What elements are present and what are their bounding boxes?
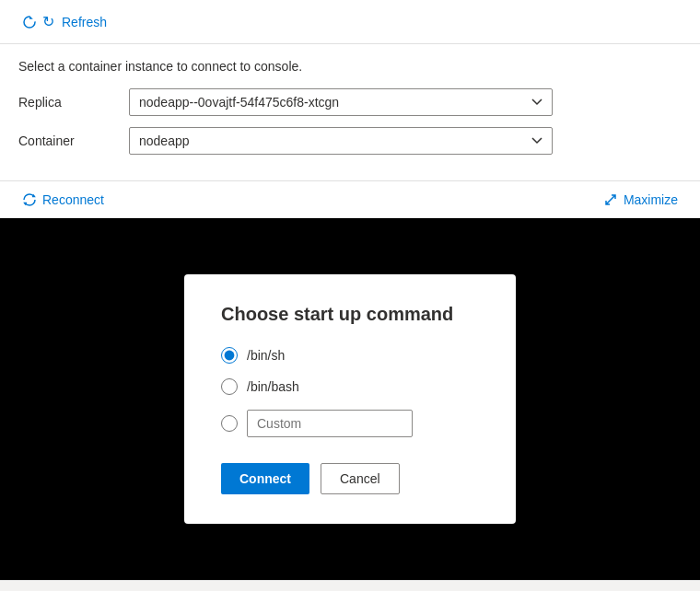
replica-row: Replica nodeapp--0ovajtf-54f475c6f8-xtcg… — [18, 88, 682, 116]
maximize-label: Maximize — [624, 192, 678, 207]
radio-bin-bash[interactable] — [221, 378, 238, 395]
action-bar: Reconnect Maximize — [0, 181, 700, 218]
startup-options: /bin/sh /bin/bash — [221, 347, 479, 437]
option-bin-sh[interactable]: /bin/sh — [221, 347, 479, 364]
maximize-button[interactable]: Maximize — [596, 189, 685, 211]
bottom-bar — [0, 580, 700, 591]
toolbar: ↻ Refresh — [0, 0, 700, 44]
replica-label: Replica — [18, 95, 129, 110]
form-description: Select a container instance to connect t… — [18, 59, 682, 74]
connect-button[interactable]: Connect — [221, 463, 309, 494]
form-area: Select a container instance to connect t… — [0, 44, 700, 181]
radio-bin-sh[interactable] — [221, 347, 238, 364]
refresh-button[interactable]: ↻ Refresh — [15, 9, 114, 34]
dialog-overlay: Choose start up command /bin/sh /bin/bas… — [0, 218, 700, 580]
refresh-icon — [22, 15, 37, 29]
terminal-area: Choose start up command /bin/sh /bin/bas… — [0, 218, 700, 580]
refresh-label: Refresh — [62, 15, 107, 29]
maximize-icon — [603, 192, 618, 207]
reconnect-button[interactable]: Reconnect — [15, 189, 111, 211]
label-bin-bash: /bin/bash — [247, 379, 299, 394]
dialog-actions: Connect Cancel — [221, 463, 479, 494]
replica-select[interactable]: nodeapp--0ovajtf-54f475c6f8-xtcgn — [129, 88, 553, 116]
container-label: Container — [18, 133, 129, 148]
reconnect-label: Reconnect — [42, 192, 104, 207]
reconnect-icon — [22, 192, 37, 207]
dialog-title: Choose start up command — [221, 304, 479, 325]
option-custom[interactable] — [221, 410, 479, 437]
container-row: Container nodeapp — [18, 127, 682, 155]
cancel-button[interactable]: Cancel — [321, 463, 400, 494]
option-bin-bash[interactable]: /bin/bash — [221, 378, 479, 395]
startup-dialog: Choose start up command /bin/sh /bin/bas… — [184, 274, 516, 524]
radio-custom[interactable] — [221, 415, 238, 432]
container-select[interactable]: nodeapp — [129, 127, 553, 155]
refresh-icon-glyph: ↻ — [42, 13, 54, 30]
custom-command-input[interactable] — [247, 410, 413, 437]
label-bin-sh: /bin/sh — [247, 348, 285, 363]
